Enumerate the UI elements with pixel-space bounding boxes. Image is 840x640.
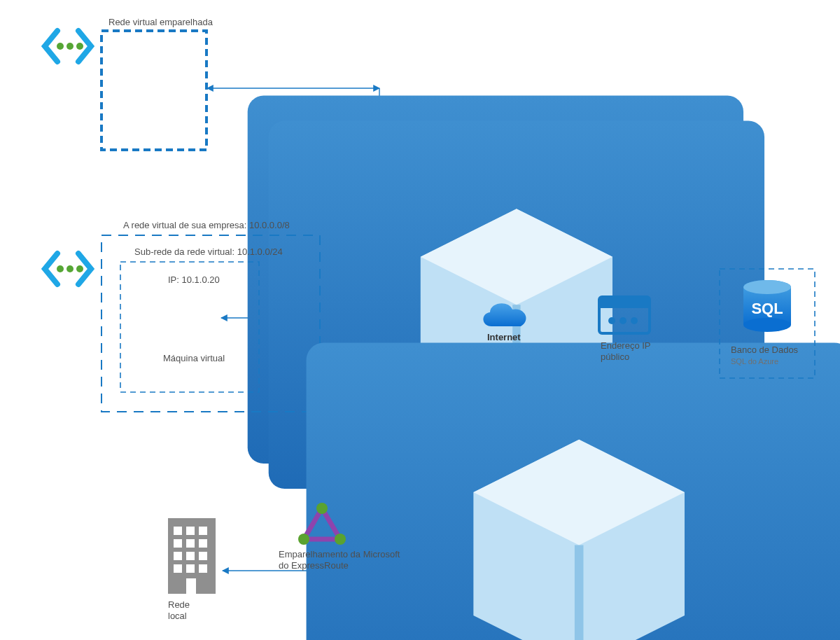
onprem-label-2: local: [168, 611, 187, 621]
onprem-label-1: Rede: [168, 599, 190, 610]
svg-rect-21: [174, 564, 182, 573]
sql-badge: SQL: [751, 300, 783, 317]
vm-label: Máquina virtual: [163, 353, 225, 363]
svg-point-26: [335, 534, 346, 545]
svg-rect-13: [186, 527, 195, 535]
onprem-building-icon: [168, 518, 216, 594]
svg-point-30: [608, 317, 615, 324]
svg-rect-29: [599, 297, 650, 308]
company-vnet-label: A rede virtual de sua empresa: 10.0.0.0/…: [123, 220, 290, 230]
svg-rect-16: [186, 539, 195, 548]
svg-point-37: [743, 280, 791, 294]
svg-point-2: [76, 43, 83, 50]
svg-rect-20: [199, 552, 207, 560]
svg-point-5: [76, 265, 83, 272]
svg-point-27: [298, 534, 309, 545]
vnet-icon-top: [45, 31, 91, 62]
svg-rect-18: [174, 552, 182, 560]
svg-point-31: [620, 317, 626, 324]
sql-label-2: SQL do Azure: [731, 357, 778, 366]
svg-rect-19: [186, 552, 195, 560]
subnet-label: Sub-rede da rede virtual: 10.1.0.0/24: [134, 246, 283, 257]
svg-point-32: [631, 317, 638, 324]
sql-label-1: Banco de Dados: [731, 345, 799, 355]
svg-point-36: [743, 318, 791, 332]
svg-rect-12: [174, 527, 182, 535]
svg-rect-15: [174, 539, 182, 548]
expressroute-label-1: Emparelhamento da Microsoft: [279, 549, 400, 559]
svg-point-3: [57, 265, 64, 272]
svg-rect-14: [199, 527, 207, 535]
svg-point-0: [57, 43, 64, 50]
svg-point-25: [316, 503, 328, 514]
svg-rect-17: [199, 539, 207, 548]
public-ip-label-1: Endereço IP: [601, 340, 651, 351]
svg-rect-6: [102, 31, 206, 150]
internet-label: Internet: [487, 332, 521, 342]
peered-vnet-label: Rede virtual emparelhada: [108, 17, 214, 27]
svg-rect-23: [199, 564, 207, 573]
expressroute-label-2: do ExpressRoute: [279, 560, 349, 571]
vm-ip-label: IP: 10.1.0.20: [168, 274, 220, 285]
svg-point-1: [66, 43, 74, 50]
public-ip-label-2: público: [601, 352, 629, 362]
svg-rect-22: [186, 564, 195, 573]
svg-point-4: [66, 265, 74, 272]
svg-rect-24: [186, 578, 196, 594]
vnet-icon-mid: [45, 253, 91, 284]
